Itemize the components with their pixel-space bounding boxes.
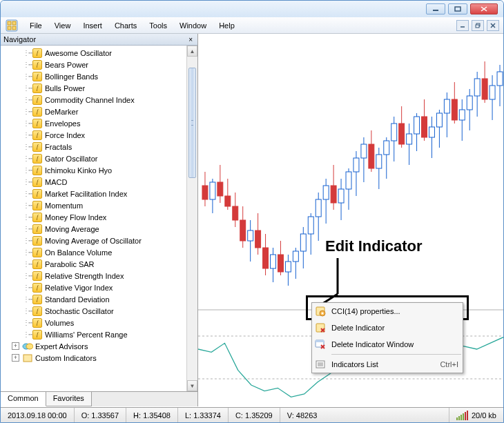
menu-charts[interactable]: Charts — [109, 19, 142, 32]
ctx-properties[interactable]: CCI(14) properties... — [312, 303, 463, 319]
indicator-icon: f — [32, 189, 42, 199]
annotation-label: Edit Indicator — [325, 237, 423, 255]
svg-rect-28 — [240, 220, 246, 241]
app-icon — [5, 19, 19, 32]
menu-file[interactable]: File — [24, 19, 48, 32]
indicator-item[interactable]: ⋮⋯fIchimoku Kinko Hyo — [23, 164, 186, 176]
ctx-delete-window[interactable]: Delete Indicator Window — [312, 336, 463, 353]
menu-window[interactable]: Window — [174, 19, 212, 32]
custom-indicators-icon — [22, 353, 33, 363]
svg-rect-62 — [369, 144, 374, 168]
indicator-item[interactable]: ⋮⋯fMoving Average — [23, 223, 186, 235]
indicator-icon: f — [32, 283, 42, 293]
indicator-item[interactable]: ⋮⋯fMomentum — [23, 199, 186, 211]
indicator-item[interactable]: ⋮⋯fCommodity Channel Index — [23, 94, 186, 106]
expert-advisors-icon — [22, 342, 33, 351]
svg-rect-8 — [12, 26, 16, 30]
mdi-minimize-button[interactable] — [456, 20, 469, 31]
maximize-button[interactable] — [448, 3, 467, 14]
svg-rect-60 — [361, 144, 367, 158]
scroll-thumb[interactable] — [188, 68, 196, 178]
indicator-label: MACD — [45, 178, 67, 186]
menu-tools[interactable]: Tools — [144, 19, 173, 32]
menu-help[interactable]: Help — [213, 19, 240, 32]
indicator-label: Moving Average of Oscillator — [45, 237, 142, 245]
status-connection: 20/0 kb — [449, 408, 503, 422]
indicator-item[interactable]: ⋮⋯fRelative Vigor Index — [23, 282, 186, 293]
indicator-item[interactable]: ⋮⋯fBears Power — [23, 59, 186, 70]
indicators-list-icon — [313, 358, 327, 371]
navigator-close-icon[interactable]: × — [186, 36, 195, 43]
indicator-label: Stochastic Oscillator — [45, 307, 114, 315]
navigator-title: Navigator — [3, 35, 36, 43]
indicator-item[interactable]: ⋮⋯fStochastic Oscillator — [23, 305, 186, 317]
scroll-up-arrow[interactable]: ▲ — [187, 46, 197, 57]
indicator-icon: f — [32, 271, 42, 281]
indicator-item[interactable]: ⋮⋯fDeMarker — [23, 106, 186, 117]
indicator-icon: f — [32, 330, 42, 340]
scroll-down-arrow[interactable]: ▼ — [187, 380, 197, 391]
svg-rect-46 — [308, 217, 313, 234]
indicator-item[interactable]: ⋮⋯fAwesome Oscillator — [23, 47, 186, 59]
tab-favorites[interactable]: Favorites — [46, 392, 92, 406]
indicator-icon: f — [32, 142, 42, 152]
indicator-item[interactable]: ⋮⋯fMACD — [23, 176, 186, 188]
svg-rect-94 — [490, 86, 495, 99]
indicator-label: Moving Average — [45, 225, 99, 233]
indicator-label: Money Flow Index — [45, 213, 106, 222]
status-close: C: 1.35209 — [229, 408, 280, 422]
indicator-icon: f — [32, 177, 42, 187]
delete-indicator-icon — [313, 322, 327, 334]
ctx-indicators-list[interactable]: Indicators List Ctrl+I — [312, 356, 463, 373]
expert-advisors-item[interactable]: +Expert Advisors — [12, 340, 186, 352]
svg-rect-5 — [8, 21, 11, 25]
indicator-label: Ichimoku Kinko Hyo — [45, 166, 112, 175]
indicator-item[interactable]: ⋮⋯fFractals — [23, 141, 186, 153]
indicator-item[interactable]: ⋮⋯fForce Index — [23, 129, 186, 141]
indicator-label: Relative Vigor Index — [45, 284, 113, 292]
expand-icon[interactable]: + — [12, 354, 19, 362]
indicator-item[interactable]: ⋮⋯fBollinger Bands — [23, 70, 186, 82]
indicator-item[interactable]: ⋮⋯fVolumes — [23, 317, 186, 328]
svg-rect-40 — [285, 262, 291, 272]
svg-rect-11 — [476, 25, 479, 28]
indicator-item[interactable]: ⋮⋯fStandard Deviation — [23, 293, 186, 305]
navigator-scrollbar[interactable]: ▲ ▼ — [186, 46, 197, 391]
indicator-item[interactable]: ⋮⋯fWilliams' Percent Range — [23, 328, 186, 340]
indicator-label: Commodity Channel Index — [45, 96, 135, 104]
svg-rect-58 — [353, 158, 359, 172]
ctx-delete-indicator[interactable]: Delete Indicator — [312, 319, 463, 336]
indicator-item[interactable]: ⋮⋯fEnvelopes — [23, 117, 186, 129]
indicator-item[interactable]: ⋮⋯fMoving Average of Oscillator — [23, 235, 186, 246]
indicator-item[interactable]: ⋮⋯fOn Balance Volume — [23, 246, 186, 258]
indicator-label: Awesome Oscillator — [45, 49, 112, 57]
indicator-icon: f — [32, 295, 42, 304]
indicator-item[interactable]: ⋮⋯fGator Oscillator — [23, 153, 186, 164]
mdi-restore-button[interactable] — [472, 20, 484, 31]
svg-rect-30 — [248, 230, 253, 241]
svg-rect-16 — [23, 355, 32, 362]
indicator-item[interactable]: ⋮⋯fMoney Flow Index — [23, 211, 186, 223]
svg-rect-32 — [255, 230, 261, 248]
indicator-icon: f — [32, 259, 42, 269]
minimize-button[interactable] — [426, 3, 445, 14]
indicator-item[interactable]: ⋮⋯fMarket Facilitation Index — [23, 188, 186, 199]
navigator-tree: ⋮⋯fAwesome Oscillator⋮⋯fBears Power⋮⋯fBo… — [1, 46, 197, 391]
menu-view[interactable]: View — [49, 19, 77, 32]
svg-rect-6 — [12, 21, 16, 25]
indicator-icon: f — [32, 83, 42, 93]
tab-common[interactable]: Common — [1, 392, 46, 406]
close-button[interactable] — [470, 3, 498, 14]
mdi-close-button[interactable] — [487, 20, 499, 31]
status-datetime: 2013.09.18 00:00 — [1, 408, 75, 422]
indicator-item[interactable]: ⋮⋯fRelative Strength Index — [23, 270, 186, 282]
custom-indicators-item[interactable]: +Custom Indicators — [12, 352, 186, 364]
indicator-icon: f — [32, 72, 42, 81]
indicator-item[interactable]: ⋮⋯fParabolic SAR — [23, 258, 186, 270]
svg-rect-78 — [429, 127, 434, 137]
indicator-item[interactable]: ⋮⋯fBulls Power — [23, 82, 186, 94]
menu-insert[interactable]: Insert — [77, 19, 108, 32]
expand-icon[interactable]: + — [12, 342, 19, 350]
indicator-label: DeMarker — [45, 108, 78, 116]
svg-rect-86 — [459, 110, 465, 120]
